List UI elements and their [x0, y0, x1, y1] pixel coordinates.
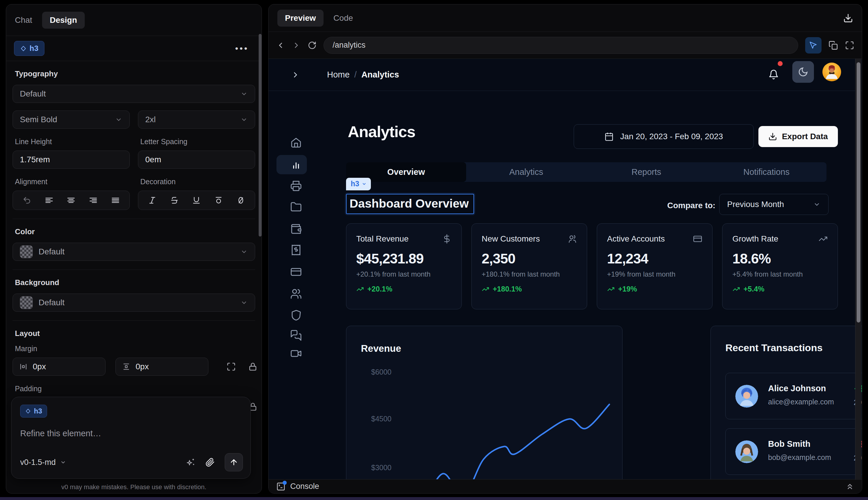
send-button[interactable]: [225, 453, 243, 471]
app-sidebar: [269, 91, 315, 493]
sidebar-item-wallet[interactable]: [288, 221, 304, 237]
letter-spacing-input[interactable]: 0em: [138, 151, 255, 169]
sidebar-item-cards[interactable]: [288, 264, 304, 280]
margin-horizontal-icon: [19, 363, 27, 371]
chevron-down-icon: [60, 459, 66, 466]
sidebar-item-analytics[interactable]: [288, 156, 304, 172]
tab-notifications[interactable]: Notifications: [706, 162, 826, 182]
chat-context-badge[interactable]: h3: [20, 405, 47, 418]
align-left-icon[interactable]: [45, 196, 54, 205]
compare-select[interactable]: Previous Month: [719, 194, 829, 215]
tab-design[interactable]: Design: [42, 12, 84, 29]
dollar-sign-icon: [442, 234, 452, 243]
copy-icon[interactable]: [829, 41, 838, 50]
page-title: Analytics: [348, 123, 415, 141]
avatar: [735, 440, 758, 463]
inspect-cursor-tool[interactable]: [805, 37, 822, 54]
selected-element-badge[interactable]: h3: [14, 41, 44, 56]
sidebar-item-receipts[interactable]: [288, 242, 304, 258]
url-input[interactable]: /analytics: [324, 37, 798, 54]
left-panel-scrollbar[interactable]: [259, 34, 262, 237]
tab-code[interactable]: Code: [334, 13, 353, 23]
revenue-line-series: [346, 326, 623, 493]
align-center-icon[interactable]: [67, 196, 76, 205]
refresh-icon[interactable]: [308, 41, 316, 50]
tab-reports[interactable]: Reports: [586, 162, 706, 182]
decoration-toolbar: [138, 191, 255, 210]
preview-scrollbar-thumb[interactable]: [857, 62, 860, 322]
margin-y-input[interactable]: 0px: [115, 357, 208, 376]
theme-toggle-button[interactable]: [792, 61, 814, 83]
color-label: Color: [15, 227, 255, 236]
chat-input[interactable]: Refine this element…: [20, 429, 242, 438]
transaction-row[interactable]: Bob Smith bob@example.com -$120.50 2023-…: [725, 428, 862, 475]
selected-element-row: h3 •••: [6, 36, 262, 61]
undo-icon[interactable]: [23, 196, 31, 205]
preview-panel: Preview Code /analytics Home / Analytics: [268, 4, 862, 493]
console-bar[interactable]: Console: [269, 479, 862, 493]
transaction-row[interactable]: Alice Johnson alice@example.com +$350.00…: [725, 373, 862, 419]
home-icon: [290, 137, 302, 149]
background-select[interactable]: Default: [13, 294, 255, 312]
color-select[interactable]: Default: [13, 243, 255, 261]
align-right-icon[interactable]: [89, 196, 97, 205]
selection-tag-h3[interactable]: h3: [346, 178, 371, 190]
no-decoration-icon[interactable]: [236, 196, 245, 205]
design-panel: Chat Design h3 ••• Typography Default Se…: [6, 4, 262, 493]
stat-card-new-customers: New Customers 2,350 +180.1% from last mo…: [471, 224, 587, 309]
breadcrumb-home[interactable]: Home: [327, 70, 349, 80]
chevron-down-icon: [361, 181, 367, 186]
align-justify-icon[interactable]: [111, 196, 120, 205]
disclaimer-text: v0 may make mistakes. Please use with di…: [6, 483, 262, 491]
italic-icon[interactable]: [148, 196, 157, 205]
overline-icon[interactable]: [214, 196, 223, 205]
forward-button[interactable]: [292, 41, 301, 50]
paperclip-icon[interactable]: [206, 458, 215, 467]
strikethrough-icon[interactable]: [170, 196, 179, 205]
sidebar-item-invoices[interactable]: [288, 178, 304, 194]
font-weight-select[interactable]: Semi Bold: [13, 111, 130, 129]
chevrons-up-icon[interactable]: [845, 482, 854, 491]
preview-scrollbar[interactable]: [855, 59, 861, 480]
compare-label: Compare to:: [667, 201, 716, 210]
background-label: Background: [15, 278, 255, 287]
transparent-swatch-icon: [20, 296, 33, 309]
app-header: Home / Analytics: [269, 59, 862, 91]
download-icon[interactable]: [843, 13, 853, 23]
sidebar-item-users[interactable]: [288, 286, 304, 302]
font-size-select[interactable]: 2xl: [138, 111, 255, 129]
sidebar-item-home[interactable]: [288, 135, 304, 151]
sidebar-item-security[interactable]: [288, 307, 304, 323]
avatar: [735, 385, 758, 408]
element-menu-button[interactable]: •••: [235, 44, 249, 54]
date-range-button[interactable]: Jan 20, 2023 - Feb 09, 2023: [574, 124, 754, 149]
tab-chat[interactable]: Chat: [15, 15, 32, 25]
sparkles-icon[interactable]: [186, 458, 196, 467]
line-height-input[interactable]: 1.75rem: [13, 151, 130, 169]
fullscreen-icon[interactable]: [845, 41, 854, 50]
bar-chart-icon: [290, 158, 302, 170]
tab-analytics[interactable]: Analytics: [466, 162, 586, 182]
sidebar-item-messages[interactable]: [288, 327, 304, 343]
margin-x-input[interactable]: 0px: [13, 357, 105, 376]
stat-card-total-revenue: Total Revenue $45,231.89 +20.1% from las…: [346, 224, 462, 309]
font-family-select[interactable]: Default: [13, 85, 255, 103]
expand-margin-icon[interactable]: [227, 362, 236, 371]
chevron-down-icon: [240, 90, 248, 98]
sidebar-item-video[interactable]: [288, 345, 304, 362]
export-data-button[interactable]: Export Data: [759, 126, 838, 147]
chevron-down-icon: [240, 116, 248, 123]
model-select[interactable]: v0-1.5-md: [20, 458, 66, 467]
selected-heading[interactable]: Dashboard Overview: [346, 194, 474, 214]
line-height-label: Line Height: [15, 137, 130, 146]
back-button[interactable]: [276, 41, 285, 50]
user-avatar[interactable]: [822, 62, 841, 81]
tab-preview[interactable]: Preview: [277, 10, 324, 26]
moon-icon: [798, 67, 808, 77]
sidebar-toggle-chevron-icon[interactable]: [291, 70, 300, 79]
bell-icon[interactable]: [768, 69, 779, 80]
lock-margin-icon[interactable]: [248, 362, 257, 371]
messages-icon: [290, 330, 302, 341]
underline-icon[interactable]: [192, 196, 201, 205]
sidebar-item-files[interactable]: [288, 199, 304, 215]
